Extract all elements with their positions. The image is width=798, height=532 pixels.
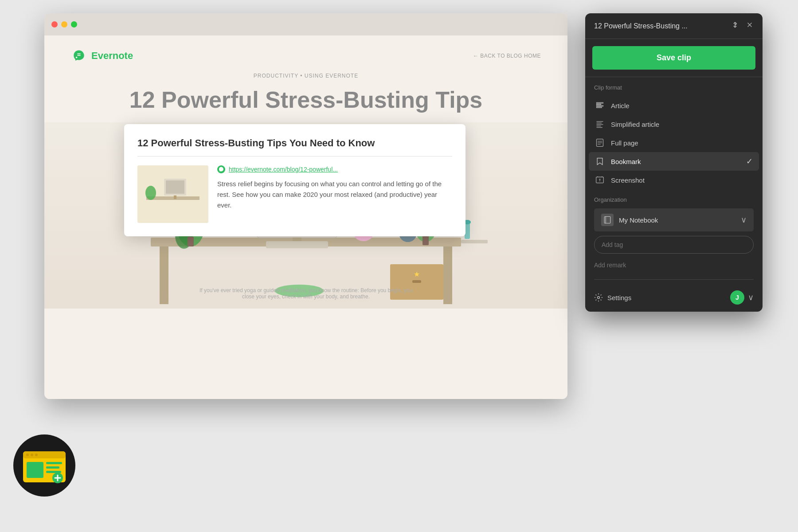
full-page-icon	[595, 138, 605, 148]
format-full-page[interactable]: Full page	[589, 133, 759, 152]
browser-window: Evernote ← BACK TO BLOG HOME PRODUCTIVIT…	[44, 13, 567, 399]
evernote-logo: Evernote	[71, 48, 133, 64]
blog-title: 12 Powerful Stress-Busting Tips	[94, 86, 518, 113]
clipper-footer: Settings J ∨	[585, 285, 763, 312]
bookmark-card-title: 12 Powerful Stress-Busting Tips You Need…	[137, 137, 452, 149]
settings-label: Settings	[607, 294, 631, 301]
svg-rect-7	[266, 241, 328, 248]
svg-point-58	[31, 454, 33, 456]
svg-point-59	[35, 454, 38, 456]
organization-section: Organization My Notebook ∨	[585, 189, 763, 274]
svg-rect-52	[604, 217, 610, 223]
user-section[interactable]: J ∨	[730, 290, 754, 305]
format-simplified-article[interactable]: Simplified article	[589, 115, 759, 133]
bookmark-thumbnail	[137, 165, 208, 223]
simplified-article-icon	[595, 119, 605, 129]
footer-text: If you've ever tried yoga or guided medi…	[195, 287, 417, 300]
format-full-page-label: Full page	[611, 139, 638, 147]
browser-titlebar	[44, 13, 567, 35]
clipper-header-icons	[731, 20, 754, 31]
format-screenshot-label: Screenshot	[611, 176, 645, 184]
svg-rect-27	[166, 180, 184, 194]
tag-input[interactable]	[594, 236, 754, 254]
svg-rect-36	[597, 106, 603, 106]
svg-point-54	[598, 297, 600, 299]
bottom-divider	[594, 279, 754, 280]
minimize-button[interactable]	[61, 21, 67, 27]
extension-icon-graphic	[22, 448, 66, 483]
svg-rect-56	[23, 451, 66, 458]
screenshot-icon	[595, 175, 605, 185]
notebook-name: My Notebook	[619, 216, 735, 224]
format-screenshot[interactable]: Screenshot	[589, 171, 759, 189]
svg-text:★: ★	[414, 270, 420, 278]
back-link[interactable]: ← BACK TO BLOG HOME	[473, 53, 541, 59]
bookmark-url: https://evernote.com/blog/12-powerful...	[217, 165, 452, 173]
notebook-selector[interactable]: My Notebook ∨	[594, 208, 754, 231]
extension-icon	[13, 434, 75, 497]
svg-rect-10	[188, 237, 194, 246]
format-article-label: Article	[611, 102, 630, 110]
clipper-panel: 12 Powerful Stress-Busting ... Save clip…	[585, 13, 763, 312]
svg-rect-1	[160, 246, 168, 304]
bookmark-divider	[137, 156, 452, 156]
svg-point-57	[26, 454, 29, 456]
save-clip-button[interactable]: Save clip	[592, 46, 755, 70]
bookmark-site-icon	[217, 165, 225, 173]
svg-rect-35	[597, 104, 601, 105]
close-icon[interactable]	[746, 21, 754, 31]
notebook-icon	[601, 214, 614, 226]
clip-format-list: Article Simplified article	[585, 96, 763, 189]
bookmark-icon	[595, 156, 605, 166]
article-icon	[595, 101, 605, 110]
svg-rect-29	[174, 196, 176, 199]
clip-format-divider	[585, 77, 763, 77]
user-chevron-icon: ∨	[748, 293, 754, 302]
organization-label: Organization	[594, 196, 754, 203]
remark-input[interactable]	[594, 258, 754, 272]
svg-rect-34	[597, 102, 603, 103]
blog-category: PRODUCTIVITY • USING EVERNOTE	[254, 73, 358, 79]
svg-rect-60	[27, 462, 43, 478]
svg-rect-37	[597, 107, 602, 108]
clipper-title: 12 Powerful Stress-Busting ...	[594, 22, 725, 30]
logo-text: Evernote	[91, 50, 133, 62]
svg-rect-2	[443, 246, 452, 304]
svg-rect-19	[412, 280, 421, 283]
bookmark-content: https://evernote.com/blog/12-powerful...…	[137, 165, 452, 223]
svg-rect-61	[46, 462, 62, 464]
clipper-header: 12 Powerful Stress-Busting ...	[585, 13, 763, 39]
bookmark-url-text[interactable]: https://evernote.com/blog/12-powerful...	[229, 166, 338, 173]
settings-gear-icon	[594, 293, 603, 302]
svg-rect-62	[46, 466, 59, 469]
user-avatar: J	[730, 290, 744, 305]
evernote-elephant-icon	[71, 48, 87, 64]
clip-format-label: Clip format	[585, 84, 763, 91]
maximize-button[interactable]	[71, 21, 77, 27]
notebook-chevron-icon: ∨	[741, 215, 747, 225]
svg-rect-63	[46, 471, 61, 473]
bookmark-card: 12 Powerful Stress-Busting Tips You Need…	[124, 124, 466, 236]
checkmark-icon: ✓	[746, 156, 753, 166]
format-article[interactable]: Article	[589, 96, 759, 115]
bookmark-text-side: https://evernote.com/blog/12-powerful...…	[217, 165, 452, 223]
svg-rect-12	[422, 235, 429, 245]
bookmark-image	[137, 165, 208, 223]
format-bookmark-label: Bookmark	[611, 158, 641, 165]
rearrange-icon[interactable]	[731, 20, 739, 31]
svg-point-28	[145, 186, 156, 200]
format-bookmark[interactable]: Bookmark ✓	[589, 152, 759, 171]
settings-button[interactable]: Settings	[594, 293, 631, 302]
svg-rect-22	[461, 240, 488, 243]
browser-content: Evernote ← BACK TO BLOG HOME PRODUCTIVIT…	[44, 35, 567, 399]
close-button[interactable]	[51, 21, 58, 27]
bookmark-description: Stress relief begins by focusing on what…	[217, 179, 452, 211]
blog-header: Evernote ← BACK TO BLOG HOME	[44, 35, 567, 73]
format-simplified-article-label: Simplified article	[611, 121, 659, 128]
